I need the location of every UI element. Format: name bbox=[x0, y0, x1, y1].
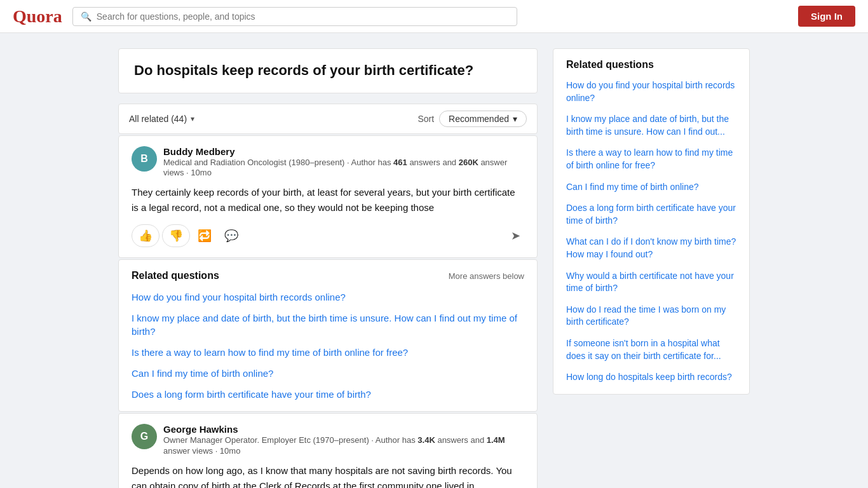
related-questions-title: Related questions bbox=[132, 270, 219, 281]
center-column: Do hospitals keep records of your birth … bbox=[118, 48, 538, 488]
sidebar-link[interactable]: What can I do if I don't know my birth t… bbox=[566, 236, 736, 261]
question-title: Do hospitals keep records of your birth … bbox=[134, 62, 522, 80]
sidebar-link[interactable]: Can I find my time of birth online? bbox=[566, 181, 736, 194]
sidebar-link[interactable]: Does a long form birth certificate have … bbox=[566, 202, 736, 227]
sidebar-link[interactable]: How long do hospitals keep birth records… bbox=[566, 371, 736, 384]
author-info: Buddy Medbery Medical and Radiation Onco… bbox=[163, 146, 524, 179]
search-bar: 🔍 bbox=[72, 7, 517, 26]
author-row: B Buddy Medbery Medical and Radiation On… bbox=[132, 146, 524, 179]
views-count: 1.4M bbox=[487, 435, 505, 445]
author-info: George Hawkins Owner Manager Operator. E… bbox=[163, 424, 524, 457]
answers-controls: All related (44) ▾ Sort Recommended ▾ bbox=[118, 104, 538, 134]
author-bio-text: Medical and Radiation Oncologist (1980–p… bbox=[163, 158, 393, 167]
author-bio: Owner Manager Operator. Employer Etc (19… bbox=[163, 435, 524, 457]
upvote-button[interactable]: 👍 bbox=[132, 224, 159, 247]
action-row: 👍 👎 🔁 💬 ➤ bbox=[132, 224, 524, 247]
related-questions-card: Related questions More answers below How… bbox=[118, 259, 538, 412]
sidebar-link[interactable]: How do I read the time I was born on my … bbox=[566, 304, 736, 329]
author-name[interactable]: Buddy Medbery bbox=[163, 146, 524, 158]
quora-logo[interactable]: Quora bbox=[13, 6, 62, 27]
related-link[interactable]: Is there a way to learn how to find my t… bbox=[132, 346, 524, 359]
related-link[interactable]: Can I find my time of birth online? bbox=[132, 367, 524, 380]
right-column: Related questions How do you find your h… bbox=[553, 48, 750, 488]
search-icon: 🔍 bbox=[81, 11, 92, 22]
sidebar-title: Related questions bbox=[566, 59, 736, 71]
answers-count: 3.4K bbox=[417, 435, 435, 445]
header: Quora 🔍 Sign In bbox=[0, 0, 868, 33]
avatar: B bbox=[132, 146, 157, 172]
search-input[interactable] bbox=[97, 11, 509, 22]
avatar: G bbox=[132, 424, 157, 449]
author-bio: Medical and Radiation Oncologist (1980–p… bbox=[163, 158, 524, 179]
sort-value: Recommended bbox=[449, 114, 509, 124]
sort-dropdown[interactable]: Recommended ▾ bbox=[439, 111, 527, 127]
author-name[interactable]: George Hawkins bbox=[163, 424, 524, 435]
author-row: G George Hawkins Owner Manager Operator.… bbox=[132, 424, 524, 457]
sidebar-link[interactable]: How do you find your hospital birth reco… bbox=[566, 79, 736, 104]
sidebar-related-questions: Related questions How do you find your h… bbox=[553, 48, 750, 395]
chevron-down-icon: ▾ bbox=[191, 114, 194, 123]
sort-label: Sort bbox=[417, 114, 434, 124]
related-link[interactable]: How do you find your hospital birth reco… bbox=[132, 290, 524, 304]
avatar-initials: B bbox=[140, 153, 148, 165]
retweet-button[interactable]: 🔁 bbox=[193, 225, 217, 247]
all-related-toggle[interactable]: All related (44) ▾ bbox=[129, 114, 194, 124]
sidebar-link[interactable]: Why would a birth certificate not have y… bbox=[566, 270, 736, 295]
sidebar-link[interactable]: I know my place and date of birth, but t… bbox=[566, 113, 736, 138]
comment-button[interactable]: 💬 bbox=[219, 225, 243, 247]
main-layout: Do hospitals keep records of your birth … bbox=[59, 33, 809, 488]
all-related-label: All related (44) bbox=[129, 114, 187, 124]
related-link[interactable]: Does a long form birth certificate have … bbox=[132, 388, 524, 401]
sidebar-link[interactable]: Is there a way to learn how to find my t… bbox=[566, 147, 736, 172]
views-count: 260K bbox=[459, 158, 478, 167]
related-link[interactable]: I know my place and date of birth, but t… bbox=[132, 311, 524, 338]
question-box: Do hospitals keep records of your birth … bbox=[118, 48, 538, 93]
more-answers-label: More answers below bbox=[449, 271, 524, 281]
sign-in-button[interactable]: Sign In bbox=[798, 6, 855, 27]
answer-text: Depends on how long ago, as I know that … bbox=[132, 463, 524, 488]
sort-section: Sort Recommended ▾ bbox=[417, 111, 527, 127]
answers-count: 461 bbox=[393, 158, 407, 167]
downvote-button[interactable]: 👎 bbox=[162, 224, 190, 247]
answer-card: G George Hawkins Owner Manager Operator.… bbox=[118, 413, 538, 488]
share-button[interactable]: ➤ bbox=[507, 225, 524, 247]
answer-card: B Buddy Medbery Medical and Radiation On… bbox=[118, 135, 538, 259]
related-header: Related questions More answers below bbox=[132, 270, 524, 281]
sidebar-link[interactable]: If someone isn't born in a hospital what… bbox=[566, 337, 736, 362]
avatar-initials: G bbox=[140, 431, 148, 442]
chevron-down-icon: ▾ bbox=[513, 114, 517, 124]
answer-text: They certainly keep records of your birt… bbox=[132, 185, 524, 215]
